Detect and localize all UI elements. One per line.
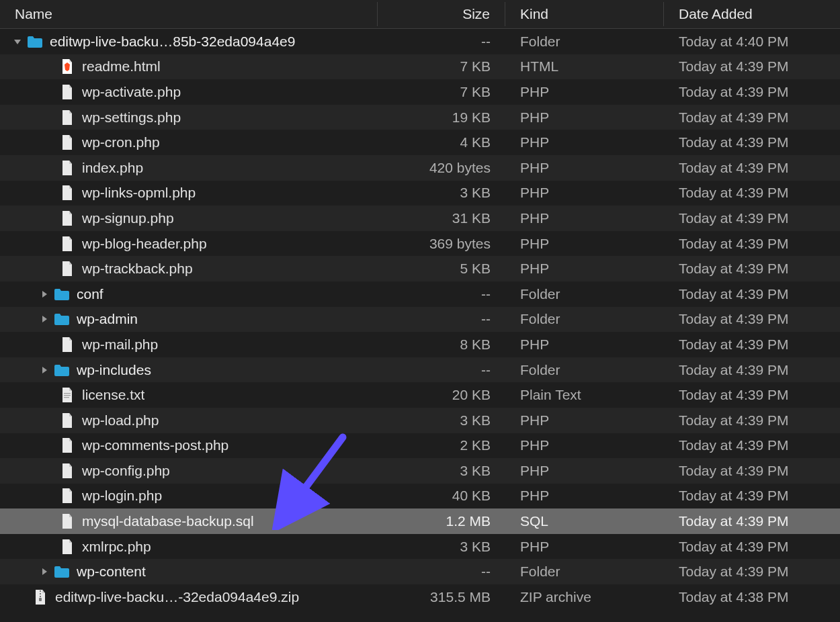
file-name: license.txt: [82, 387, 144, 403]
svg-rect-2: [64, 397, 69, 398]
file-date: Today at 4:39 PM: [664, 311, 840, 327]
table-row[interactable]: wp-load.php3 KBPHPToday at 4:39 PM: [0, 408, 840, 433]
file-kind: PHP: [505, 185, 664, 201]
file-name: wp-config.php: [82, 463, 170, 479]
table-row[interactable]: mysql-database-backup.sql1.2 MBSQLToday …: [0, 508, 840, 534]
file-name: wp-comments-post.php: [82, 437, 228, 453]
file-kind: PHP: [505, 463, 664, 479]
column-header-size[interactable]: Size: [378, 2, 505, 26]
table-row[interactable]: wp-activate.php7 KBPHPToday at 4:39 PM: [0, 79, 840, 105]
disclosure-closed-icon[interactable]: [40, 290, 48, 298]
column-header-row: Name Size Kind Date Added: [0, 0, 840, 29]
file-size: --: [378, 362, 505, 378]
file-kind: SQL: [505, 513, 664, 529]
file-date: Today at 4:40 PM: [664, 34, 840, 50]
file-date: Today at 4:39 PM: [664, 134, 840, 150]
folder-icon: [54, 362, 70, 378]
file-size: 31 KB: [378, 210, 505, 226]
file-name: wp-content: [77, 564, 146, 580]
table-row[interactable]: wp-mail.php8 KBPHPToday at 4:39 PM: [0, 332, 840, 357]
file-name: wp-login.php: [82, 488, 162, 504]
file-size: 19 KB: [378, 109, 505, 126]
table-row[interactable]: wp-trackback.php5 KBPHPToday at 4:39 PM: [0, 256, 840, 281]
zip-icon: [32, 589, 48, 605]
file-date: Today at 4:39 PM: [664, 286, 840, 302]
table-row[interactable]: wp-includes--FolderToday at 4:39 PM: [0, 357, 840, 383]
file-size: 5 KB: [378, 261, 505, 277]
disclosure-closed-icon[interactable]: [40, 366, 48, 374]
folder-icon: [54, 311, 70, 327]
file-kind: PHP: [505, 84, 664, 100]
table-row[interactable]: wp-signup.php31 KBPHPToday at 4:39 PM: [0, 206, 840, 231]
file-name: wp-activate.php: [82, 84, 181, 100]
svg-rect-6: [39, 598, 42, 601]
table-row[interactable]: wp-content--FolderToday at 4:39 PM: [0, 559, 840, 584]
file-date: Today at 4:39 PM: [664, 160, 840, 176]
file-name: wp-cron.php: [82, 134, 160, 150]
disclosure-closed-icon[interactable]: [40, 568, 48, 576]
file-size: 420 bytes: [378, 160, 505, 176]
file-icon: [59, 463, 75, 479]
file-icon: [59, 412, 75, 429]
file-icon: [59, 513, 75, 529]
column-header-kind[interactable]: Kind: [505, 2, 664, 26]
file-size: 3 KB: [378, 185, 505, 201]
file-name: wp-blog-header.php: [82, 236, 207, 252]
file-date: Today at 4:39 PM: [664, 387, 840, 403]
disclosure-open-icon[interactable]: [13, 38, 22, 46]
disclosure-closed-icon[interactable]: [40, 315, 48, 323]
file-name: wp-load.php: [82, 412, 159, 429]
column-header-name[interactable]: Name: [0, 2, 378, 26]
file-date: Today at 4:39 PM: [664, 564, 840, 580]
file-date: Today at 4:39 PM: [664, 539, 840, 555]
table-row[interactable]: readme.html7 KBHTMLToday at 4:39 PM: [0, 54, 840, 80]
file-icon: [59, 134, 75, 150]
table-row[interactable]: wp-links-opml.php3 KBPHPToday at 4:39 PM: [0, 181, 840, 206]
file-size: 369 bytes: [378, 236, 505, 252]
folder-icon: [54, 564, 70, 580]
file-icon: [59, 337, 75, 353]
file-name: readme.html: [82, 58, 161, 75]
table-row[interactable]: index.php420 bytesPHPToday at 4:39 PM: [0, 155, 840, 181]
table-row[interactable]: wp-cron.php4 KBPHPToday at 4:39 PM: [0, 130, 840, 155]
table-row[interactable]: wp-login.php40 KBPHPToday at 4:39 PM: [0, 484, 840, 509]
file-kind: ZIP archive: [505, 589, 664, 605]
file-kind: PHP: [505, 160, 664, 176]
table-row[interactable]: wp-comments-post.php2 KBPHPToday at 4:39…: [0, 433, 840, 459]
svg-rect-4: [40, 593, 41, 594]
table-row[interactable]: wp-config.php3 KBPHPToday at 4:39 PM: [0, 458, 840, 484]
file-size: --: [378, 34, 505, 50]
folder-icon: [27, 34, 43, 50]
file-size: 315.5 MB: [378, 589, 505, 605]
file-size: 8 KB: [378, 337, 505, 353]
table-row[interactable]: editwp-live-backu…-32eda094a4e9.zip315.5…: [0, 584, 840, 610]
table-row[interactable]: wp-admin--FolderToday at 4:39 PM: [0, 307, 840, 332]
file-kind: PHP: [505, 210, 664, 226]
file-size: 7 KB: [378, 84, 505, 100]
file-name: index.php: [82, 160, 143, 176]
file-icon: [59, 437, 75, 453]
table-row[interactable]: conf--FolderToday at 4:39 PM: [0, 281, 840, 307]
file-kind: PHP: [505, 337, 664, 353]
file-kind: Folder: [505, 362, 664, 378]
file-kind: PHP: [505, 539, 664, 555]
file-icon: [59, 261, 75, 277]
file-date: Today at 4:39 PM: [664, 261, 840, 277]
file-kind: HTML: [505, 58, 664, 75]
file-date: Today at 4:39 PM: [664, 362, 840, 378]
file-icon: [59, 185, 75, 201]
table-row[interactable]: license.txt20 KBPlain TextToday at 4:39 …: [0, 382, 840, 408]
file-name: wp-signup.php: [82, 210, 174, 226]
file-size: --: [378, 311, 505, 327]
column-header-date[interactable]: Date Added: [664, 2, 840, 26]
file-list: editwp-live-backu…85b-32eda094a4e9--Fold…: [0, 29, 840, 610]
file-date: Today at 4:39 PM: [664, 109, 840, 126]
file-kind: Folder: [505, 564, 664, 580]
table-row[interactable]: editwp-live-backu…85b-32eda094a4e9--Fold…: [0, 29, 840, 54]
svg-rect-5: [40, 596, 41, 597]
table-row[interactable]: wp-blog-header.php369 bytesPHPToday at 4…: [0, 231, 840, 257]
table-row[interactable]: xmlrpc.php3 KBPHPToday at 4:39 PM: [0, 534, 840, 560]
file-date: Today at 4:39 PM: [664, 84, 840, 100]
table-row[interactable]: wp-settings.php19 KBPHPToday at 4:39 PM: [0, 105, 840, 130]
file-icon: [59, 236, 75, 252]
